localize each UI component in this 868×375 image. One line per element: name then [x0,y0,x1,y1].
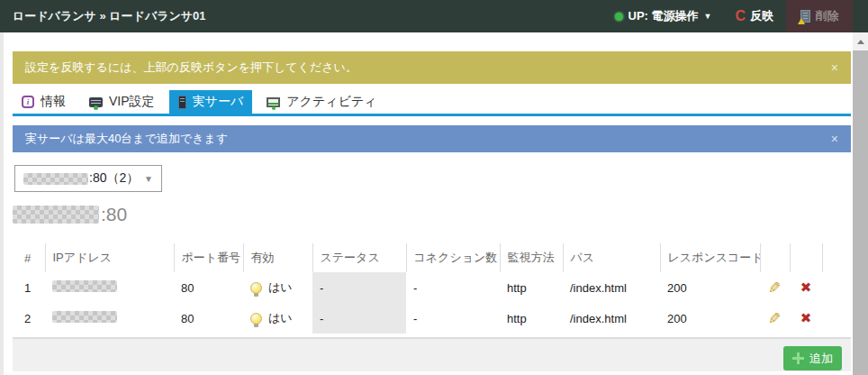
edit-pencil-icon[interactable]: ✎ [768,280,781,296]
info-icon: i [22,96,34,108]
col-port: ポート番号 [174,243,243,272]
tab-real-servers-label: 実サーバ [193,94,244,110]
chevron-up-icon [857,40,864,44]
topbar: ロードバランサ » ロードバランサ01 UP: 電源操作 ▼ C 反映 削除 [0,0,868,32]
apply-warning-text: 設定を反映するには、上部の反映ボタンを押下してください。 [25,59,357,76]
add-server-button[interactable]: 追加 [783,346,842,370]
delete-cell: ✖ [790,303,822,334]
apply-button[interactable]: C 反映 [735,8,773,24]
ip-address-cell [45,303,174,334]
plus-icon [792,352,804,364]
status-cell: - [312,272,406,303]
edit-cell: ✎ [760,303,790,334]
monitor-cell: http [500,272,563,303]
breadcrumb: ロードバランサ » ロードバランサ01 [13,0,206,32]
edit-cell: ✎ [760,272,790,303]
col-monitor: 監視方法 [500,243,563,272]
enabled-label: はい [268,310,293,326]
col-path: パス [563,243,660,272]
power-menu-button[interactable]: UP: 電源操作 ▼ [615,8,712,24]
response-code-cell: 200 [660,303,760,334]
tab-activity[interactable]: アクティビティ [258,90,385,114]
vip-selector[interactable]: :80（2） ▼ [14,165,162,192]
delete-warning-icon [800,10,810,23]
tab-bar: i 情報 VIP設定 実サーバ アクティビティ [13,90,386,114]
col-delete-actions [790,243,822,272]
apply-button-label: 反映 [750,8,773,24]
network-port-icon [89,97,103,107]
delete-loadbalancer-button[interactable]: 削除 [786,0,853,32]
scroll-up-button[interactable] [853,32,868,50]
max-servers-text: 実サーバは最大40台まで追加できます [25,131,228,147]
col-response-code: レスポンスコード [660,243,760,272]
close-icon[interactable]: × [831,61,838,74]
lightbulb-icon [250,313,262,325]
response-code-cell: 200 [660,272,760,303]
edit-pencil-icon[interactable]: ✎ [768,311,781,326]
table-row: 1 80 はい - - http /index.html 200 ✎ ✖ [13,272,822,303]
tab-info[interactable]: i 情報 [13,90,75,114]
col-number: # [13,243,45,272]
max-servers-banner: 実サーバは最大40台まで追加できます × [13,125,851,152]
col-connections: コネクション数 [406,243,500,272]
table-header-row: # IPアドレス ポート番号 有効 ステータス コネクション数 監視方法 パス … [13,243,822,272]
status-cell: - [312,303,406,334]
enabled-label: はい [268,279,293,296]
add-button-label: 追加 [809,351,833,367]
row-number: 2 [13,303,45,334]
vip-heading: :80 [13,204,127,225]
page: ロードバランサ » ロードバランサ01 UP: 電源操作 ▼ C 反映 削除 設… [0,0,868,375]
delete-x-icon[interactable]: ✖ [800,311,812,325]
ip-address-cell [45,272,174,303]
activity-monitor-icon [267,97,280,107]
path-cell: /index.html [563,303,660,334]
scrollbar-thumb[interactable] [853,50,868,375]
censored-ip-block [13,206,99,224]
censored-ip-block [52,311,117,323]
connections-cell: - [406,303,500,334]
vip-heading-port: :80 [101,204,127,225]
col-edit-actions [760,243,790,272]
server-icon [178,96,186,109]
delete-x-icon[interactable]: ✖ [800,280,812,294]
power-menu-label: UP: 電源操作 [628,8,699,24]
tab-vip-settings-label: VIP設定 [109,94,155,110]
refresh-icon: C [735,8,746,24]
col-enabled: 有効 [243,243,312,272]
col-status: ステータス [312,243,406,272]
tab-info-label: 情報 [41,94,66,110]
vip-selector-value: :80（2） [89,170,139,187]
enabled-cell: はい [243,272,312,303]
delete-button-label: 削除 [816,8,839,24]
real-servers-table: # IPアドレス ポート番号 有効 ステータス コネクション数 監視方法 パス … [13,243,823,334]
table-row: 2 80 はい - - http /index.html 200 ✎ ✖ [13,303,822,334]
monitor-cell: http [500,303,563,334]
col-ip-address: IPアドレス [45,243,174,272]
connections-cell: - [406,272,500,303]
apply-warning-banner: 設定を反映するには、上部の反映ボタンを押下してください。 × [13,51,851,84]
close-icon[interactable]: × [831,133,838,145]
tab-real-servers[interactable]: 実サーバ [169,90,253,114]
chevron-down-icon: ▼ [704,12,712,21]
delete-cell: ✖ [790,272,822,303]
status-up-dot-icon [615,13,623,21]
censored-ip-block [23,173,88,185]
tab-activity-label: アクティビティ [286,94,376,110]
row-number: 1 [13,272,45,303]
lightbulb-icon [250,282,262,294]
censored-ip-block [52,280,117,292]
left-edge [0,32,4,375]
path-cell: /index.html [563,272,660,303]
port-cell: 80 [174,303,243,334]
table-footer-bar: 追加 [13,337,851,371]
enabled-cell: はい [243,303,312,334]
active-tab-underline [13,114,851,116]
tab-vip-settings[interactable]: VIP設定 [80,90,164,114]
scrollbar[interactable] [853,32,868,375]
port-cell: 80 [174,272,243,303]
chevron-down-icon: ▼ [144,174,153,184]
topbar-actions: UP: 電源操作 ▼ C 反映 削除 [615,0,853,32]
